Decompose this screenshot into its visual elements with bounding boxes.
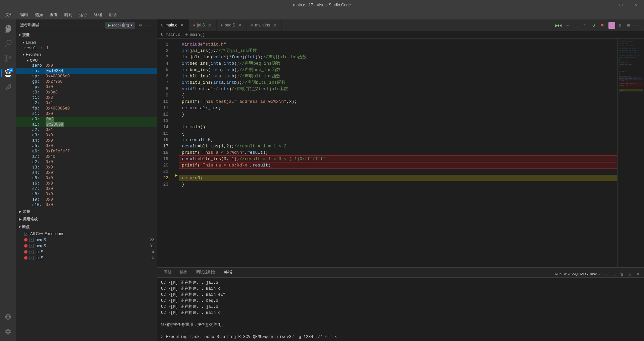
terminal-content[interactable]: CC -[M] 正在构建... jal.S CC -[M] 正在构建... ma… [157,278,644,341]
reg-a2[interactable]: a2:0x1 [16,127,157,133]
reg-gp[interactable]: gp:0x27968 [16,79,157,84]
menu-edit[interactable]: 编辑 [17,11,31,19]
bp-checkbox-beq2[interactable]: ✓ [30,244,34,248]
reg-t2[interactable]: t2:0x1 [16,100,157,106]
reg-ra[interactable]: ra:0x10284 [16,68,157,74]
extensions-icon[interactable] [1,81,15,94]
variables-section-header[interactable]: ▾ 变量 [16,31,157,39]
reg-s8[interactable]: s8:0x0 [16,192,157,197]
reg-fp[interactable]: fp:0x408006e0 [16,106,157,111]
reg-a6[interactable]: a6:0xfefefeff [16,149,157,154]
minimize-button[interactable]: － [598,0,613,10]
split-editor-icon[interactable]: ⊞ [625,21,633,29]
reg-sp[interactable]: sp:0x408006c0 [16,74,157,79]
bp-beq1[interactable]: ✓ beq.S 22 [16,237,157,243]
reg-t0[interactable]: t0:0x3e8 [16,90,157,95]
tab-main-ins-close[interactable]: ✕ [272,22,277,28]
bp-jal1[interactable]: ✓ jal.S 4 [16,249,157,255]
reg-a0[interactable]: a0:0xf [16,117,157,122]
bp-jal2[interactable]: ✓ jal.S 16 [16,255,157,261]
tab-jal-s-close[interactable]: ✕ [207,22,212,28]
menu-select[interactable]: 选择 [32,11,46,19]
code-content[interactable]: #include "stdio.h" int jal_ins(); //声明ja… [179,39,617,267]
panel-tab-debug-console[interactable]: 调试控制台 [192,267,220,277]
menu-run[interactable]: 运行 [76,11,90,19]
callstack-section[interactable]: ▶ 调用堆栈 [16,215,157,223]
panel-tab-output[interactable]: 输出 [176,267,192,277]
registers-header[interactable]: ▾ Registers [16,51,157,58]
menu-view[interactable]: 查看 [47,11,60,19]
breakpoints-section[interactable]: ▾ 断点 [16,223,157,231]
term-line-10: > Executing task: echo Starting RISCV-QE… [161,334,640,340]
stop-button[interactable]: ■ [598,21,606,29]
gutter-14 [174,121,179,128]
gutter-16 [174,134,179,140]
panel-tab-problems[interactable]: 问题 [160,267,176,277]
settings-icon[interactable] [1,325,15,338]
reg-s7[interactable]: s7:0x0 [16,186,157,192]
bp-beq2[interactable]: ✓ beq.S 31 [16,243,157,249]
step-into-button[interactable]: ↓ [572,21,580,29]
reg-s4[interactable]: s4:0x0 [16,170,157,176]
reg-zero[interactable]: zero:0x0 [16,63,157,68]
reg-s9[interactable]: s9:0x0 [16,197,157,202]
tab-main-c-close[interactable]: ✕ [179,22,185,28]
add-terminal-icon[interactable]: ＋ [602,271,609,277]
settings-debug-icon[interactable]: ⚙ [616,21,624,29]
reg-a5[interactable]: a5:0x0 [16,143,157,149]
debug-activity-icon[interactable]: 1 [1,66,15,80]
tab-jal-s[interactable]: ● jal.S ✕ [189,19,217,31]
restore-button[interactable]: ❐ [613,0,629,10]
menu-file[interactable]: 文件 [3,11,16,19]
restart-button[interactable]: ↺ [590,21,598,29]
bp-checkbox-jal1[interactable]: ✓ [30,250,34,254]
reg-s2[interactable]: s2:0x0 [16,159,157,165]
debug-more-icon[interactable]: ··· [146,22,153,28]
reg-s6[interactable]: s6:0x0 [16,181,157,186]
account-icon[interactable] [1,310,15,324]
kill-terminal-icon[interactable]: 🗑 [619,271,625,277]
continue-button[interactable]: ▶⏭ [555,21,563,29]
close-button[interactable]: ✕ [629,0,644,10]
more-actions-icon[interactable]: ··· [633,21,641,29]
bp-checkbox-cpp[interactable]: ✓ [24,232,28,236]
breadcrumb-file[interactable]: C main.c [161,32,180,37]
split-terminal-icon[interactable]: ⊟ [610,271,617,277]
maximize-panel-icon[interactable]: △ [627,271,633,277]
menu-terminal[interactable]: 终端 [91,11,105,19]
debug-settings-icon[interactable]: ⚙ [137,22,144,28]
reg-t1[interactable]: t1:0x3 [16,95,157,100]
source-control-icon[interactable] [1,52,15,65]
step-over-button[interactable]: ↷ [564,21,572,29]
menu-goto[interactable]: 转到 [62,11,75,19]
reg-a3[interactable]: a3:0x0 [16,133,157,138]
reg-a4[interactable]: a4:0x0 [16,138,157,143]
bp-checkbox-beq1[interactable]: ✓ [30,238,34,242]
reg-tp[interactable]: tp:0x0 [16,84,157,90]
locals-header[interactable]: ▾ Locals [16,39,157,46]
reg-s1[interactable]: s1:0x0 [16,111,157,117]
tab-main-c[interactable]: C main.c ✕ [157,19,189,31]
bp-checkbox-jal2[interactable]: ✓ [30,256,34,260]
explorer-icon[interactable] [1,22,15,36]
watch-section[interactable]: ▶ 监视 [16,208,157,215]
search-activity-icon[interactable] [1,37,15,50]
bp-jal2-count: 16 [150,256,154,260]
debug-run-button[interactable]: ▶ (gdb) 启动 ▾ [105,22,135,29]
reg-a7[interactable]: a7:0x40 [16,154,157,159]
tab-beq-s[interactable]: ● beq.S ✕ [217,19,247,31]
panel-tab-terminal[interactable]: 终端 [220,267,236,277]
tab-beq-s-close[interactable]: ✕ [237,22,243,28]
reg-s10[interactable]: s10:0x0 [16,202,157,208]
bp-all-cpp[interactable]: ✓ All C++ Exceptions [16,231,157,237]
step-out-button[interactable]: ↑ [581,21,589,29]
breadcrumb-function[interactable]: ⊕ main() [185,32,205,37]
reg-s5[interactable]: s5:0x0 [16,176,157,181]
reg-a1[interactable]: a1:0x28008 [16,122,157,127]
var-result[interactable]: result : 1 [16,46,157,51]
tab-main-ins[interactable]: ≡ main.ins ✕ [247,19,282,31]
close-panel-icon[interactable]: ✕ [635,271,641,277]
reg-s3[interactable]: s3:0x0 [16,165,157,170]
cpu-group-header[interactable]: ▾ CPU [16,58,157,63]
menu-help[interactable]: 帮助 [106,11,119,19]
